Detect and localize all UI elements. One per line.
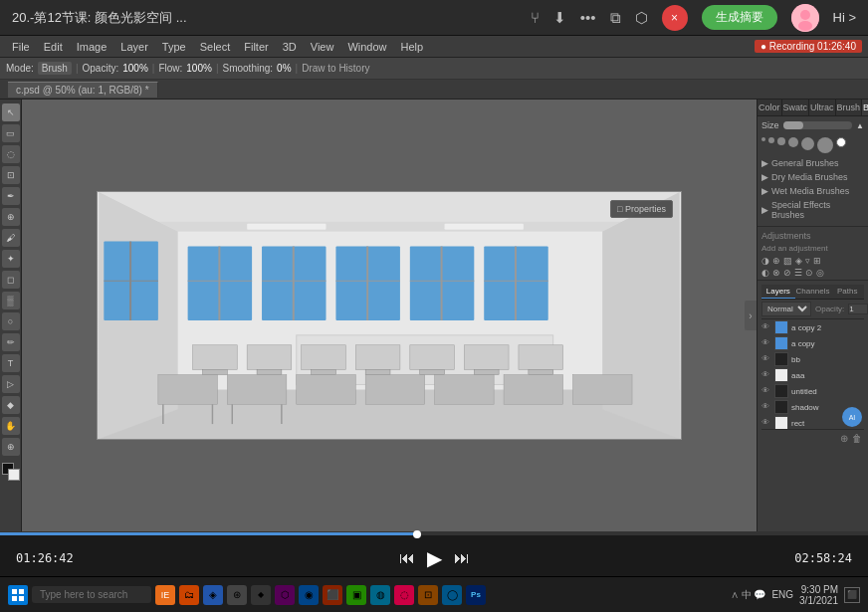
taskbar-icon-12[interactable]: ⊡ (418, 585, 438, 605)
search-input[interactable] (32, 586, 151, 603)
menu-filter[interactable]: Filter (238, 39, 274, 55)
foreground-background-color[interactable] (2, 463, 20, 481)
adj-icon-2[interactable]: ⊕ (772, 256, 780, 266)
adj-icon-4[interactable]: ◈ (795, 256, 802, 266)
menu-image[interactable]: Image (71, 39, 113, 55)
download-icon[interactable]: ⬇ (553, 9, 566, 27)
tool-gradient[interactable]: ▒ (2, 292, 20, 309)
right-tab-color[interactable]: Color (758, 100, 782, 115)
tool-crop[interactable]: ⊡ (2, 166, 20, 184)
layer-eye-2[interactable]: 👁 (761, 338, 771, 348)
adj-icon-9[interactable]: ⊘ (783, 268, 791, 278)
adj-icon-8[interactable]: ⊗ (772, 268, 780, 278)
skip-back-button[interactable]: ⏮ (399, 549, 415, 567)
menu-select[interactable]: Select (194, 39, 237, 55)
tool-shape[interactable]: ◆ (2, 396, 20, 414)
tool-healing[interactable]: ⊕ (2, 208, 20, 226)
adj-icon-12[interactable]: ◎ (816, 268, 824, 278)
toolbar-smoothing-value[interactable]: 0% (277, 63, 291, 74)
brush-section-wet[interactable]: ▶ Wet Media Brushes (761, 184, 864, 198)
menu-view[interactable]: View (305, 39, 340, 55)
canvas-tab[interactable]: c.psd @ 50% (au: 1, RGB/8) * (8, 82, 158, 98)
resize-icon[interactable]: ⧉ (610, 9, 621, 27)
adj-icon-5[interactable]: ▿ (805, 256, 810, 266)
brush-dot-5[interactable] (801, 137, 814, 150)
pin-icon[interactable]: ⬡ (635, 9, 648, 27)
tool-eyedropper[interactable]: ✒ (2, 187, 20, 205)
layer-eye-6[interactable]: 👁 (761, 402, 771, 412)
taskbar-icon-7[interactable]: ◉ (299, 585, 319, 605)
opacity-input[interactable] (848, 304, 868, 314)
taskbar-icon-6[interactable]: ⬡ (275, 585, 295, 605)
layers-delete-btn[interactable]: 🗑 (852, 433, 862, 444)
taskbar-icon-2[interactable]: 🗂 (179, 585, 199, 605)
layers-tab-channels[interactable]: Channels (795, 285, 831, 299)
toolbar-draw-history[interactable]: Draw to History (302, 63, 369, 74)
list-item[interactable]: 👁 aaa (761, 367, 864, 383)
tool-clone[interactable]: ✦ (2, 250, 20, 268)
tool-pen[interactable]: ✏ (2, 333, 20, 351)
brush-dot-2[interactable] (768, 137, 774, 143)
brush-section-dry[interactable]: ▶ Dry Media Brushes (761, 170, 864, 184)
brush-dot-4[interactable] (788, 137, 798, 147)
menu-layer[interactable]: Layer (114, 39, 154, 55)
adj-icon-1[interactable]: ◑ (761, 256, 769, 266)
menu-type[interactable]: Type (156, 39, 192, 55)
menu-help[interactable]: Help (395, 39, 430, 55)
tool-dodge[interactable]: ○ (2, 312, 20, 330)
layer-eye-5[interactable]: 👁 (761, 386, 771, 396)
start-button[interactable] (8, 585, 28, 605)
progress-handle[interactable] (413, 530, 421, 538)
tool-hand[interactable]: ✋ (2, 417, 20, 435)
taskbar-icon-13[interactable]: ◯ (442, 585, 462, 605)
list-item[interactable]: 👁 a copy 2 (761, 319, 864, 335)
close-button[interactable]: × (662, 5, 688, 31)
menu-3d[interactable]: 3D (277, 39, 303, 55)
tool-move[interactable]: ↖ (2, 103, 20, 121)
layer-eye-7[interactable]: 👁 (761, 418, 771, 428)
tool-lasso[interactable]: ◌ (2, 145, 20, 163)
right-tab-swatc[interactable]: Swatc (782, 100, 810, 115)
taskbar-icon-ps[interactable]: Ps (466, 585, 486, 605)
adj-icon-7[interactable]: ◐ (761, 268, 769, 278)
adj-icon-6[interactable]: ⊞ (813, 256, 821, 266)
toolbar-mode-value[interactable]: Brush (38, 62, 72, 75)
blend-mode-select[interactable]: Normal (761, 302, 811, 316)
adj-icon-3[interactable]: ▧ (783, 256, 792, 266)
tool-type[interactable]: T (2, 354, 20, 372)
layers-tab-paths[interactable]: Paths (830, 285, 864, 299)
generate-button[interactable]: 生成摘要 (702, 5, 777, 30)
toolbar-flow-value[interactable]: 100% (186, 63, 212, 74)
share-icon[interactable]: ⑂ (531, 9, 540, 26)
list-item[interactable]: 👁 bb (761, 351, 864, 367)
tool-eraser[interactable]: ◻ (2, 271, 20, 289)
right-tab-ultrac[interactable]: Ultrac (809, 100, 836, 115)
menu-edit[interactable]: Edit (38, 39, 69, 55)
adj-icon-11[interactable]: ⊙ (805, 268, 813, 278)
more-icon[interactable]: ••• (580, 9, 596, 26)
brush-size-slider[interactable] (783, 121, 853, 129)
taskbar-icon-5[interactable]: ◆ (251, 585, 271, 605)
layer-eye-1[interactable]: 👁 (761, 322, 771, 332)
layer-eye-3[interactable]: 👁 (761, 354, 771, 364)
layers-add-btn[interactable]: ⊕ (840, 433, 848, 444)
menu-window[interactable]: Window (341, 39, 392, 55)
list-item[interactable]: 👁 a copy (761, 335, 864, 351)
tool-brush[interactable]: 🖌 (2, 229, 20, 247)
tool-zoom[interactable]: ⊕ (2, 438, 20, 456)
brush-dot-3[interactable] (777, 137, 785, 145)
toolbar-opacity-value[interactable]: 100% (122, 63, 148, 74)
tool-path-select[interactable]: ▷ (2, 375, 20, 393)
taskbar-icon-10[interactable]: ◍ (370, 585, 390, 605)
taskbar-icon-3[interactable]: ◈ (203, 585, 223, 605)
layer-eye-4[interactable]: 👁 (761, 370, 771, 380)
play-button[interactable]: ▶ (427, 546, 442, 570)
brush-dot-white[interactable] (836, 137, 846, 147)
progress-bar[interactable] (0, 532, 868, 535)
menu-file[interactable]: File (6, 39, 36, 55)
skip-forward-button[interactable]: ⏭ (454, 549, 470, 567)
brush-dot-6[interactable] (817, 137, 833, 153)
layers-ai-btn[interactable]: AI (842, 407, 862, 427)
taskbar-icon-4[interactable]: ⊛ (227, 585, 247, 605)
notification-button[interactable]: ⬛ (844, 587, 860, 603)
